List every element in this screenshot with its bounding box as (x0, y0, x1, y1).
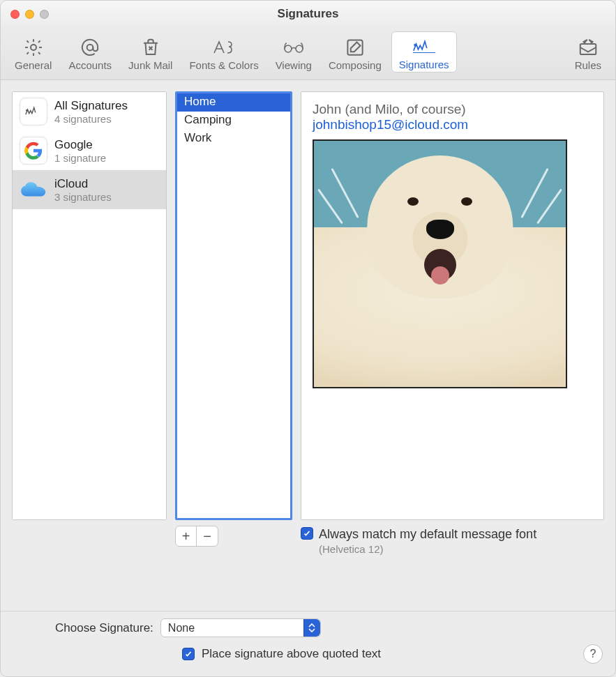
tab-rules[interactable]: Rules (568, 31, 608, 73)
svg-rect-4 (347, 40, 362, 54)
choose-signature-value: None (168, 622, 195, 634)
preview-name-line: John (and Milo, of course) (313, 102, 592, 117)
choose-signature-row: Choose Signature: None (13, 618, 603, 637)
tab-general[interactable]: General (8, 31, 59, 73)
remove-signature-button[interactable]: − (197, 526, 218, 546)
account-name: All Signatures (54, 99, 128, 113)
trash-x-icon (137, 36, 164, 59)
content-area: All Signatures 4 signatures Google 1 sig… (1, 80, 615, 611)
footer: Choose Signature: None Place signature a… (1, 611, 615, 676)
glasses-icon (280, 36, 307, 59)
rules-icon (575, 36, 601, 59)
tab-label: General (15, 59, 52, 71)
font-icon (211, 36, 237, 59)
tab-accounts[interactable]: Accounts (61, 31, 119, 73)
account-row-google[interactable]: Google 1 signature (13, 131, 166, 170)
preview-column: John (and Milo, of course) johnbishop15@… (301, 91, 604, 605)
tab-viewing[interactable]: Viewing (269, 31, 319, 73)
signature-item-work[interactable]: Work (177, 130, 290, 148)
all-signatures-icon (20, 98, 47, 125)
choose-signature-label: Choose Signature: (55, 621, 153, 635)
dog-photo-art (314, 141, 566, 387)
tab-label: Rules (575, 59, 601, 71)
match-font-label: Always match my default message font (319, 527, 536, 542)
add-remove-group: + − (175, 526, 218, 547)
tab-junk-mail[interactable]: Junk Mail (121, 31, 179, 73)
window-title: Signatures (1, 7, 615, 21)
match-font-row: Always match my default message font (He… (301, 527, 604, 555)
tab-signatures[interactable]: Signatures (391, 31, 457, 73)
svg-point-1 (87, 45, 93, 51)
titlebar: Signatures (1, 1, 615, 27)
add-signature-button[interactable]: + (176, 526, 197, 546)
tab-label: Viewing (276, 59, 312, 71)
tab-label: Composing (329, 59, 382, 71)
preferences-window: Signatures General Accounts Junk Mail F (0, 0, 616, 677)
preview-email: johnbishop15@icloud.com (313, 117, 592, 132)
signature-list: Home Camping Work (175, 91, 292, 520)
svg-point-0 (31, 45, 36, 50)
choose-signature-select[interactable]: None (160, 618, 321, 637)
match-font-subtext: (Helvetica 12) (319, 543, 536, 555)
svg-point-3 (296, 45, 303, 52)
help-button[interactable]: ? (583, 644, 603, 664)
signature-item-home[interactable]: Home (177, 93, 290, 112)
signature-item-camping[interactable]: Camping (177, 112, 290, 130)
tab-label: Signatures (399, 59, 449, 70)
tab-fonts-colors[interactable]: Fonts & Colors (182, 31, 265, 73)
tab-label: Fonts & Colors (189, 59, 258, 71)
match-font-checkbox[interactable] (301, 527, 313, 540)
signature-list-column: Home Camping Work + − (175, 91, 292, 605)
preview-image (313, 139, 567, 388)
google-icon (20, 137, 47, 165)
signature-preview[interactable]: John (and Milo, of course) johnbishop15@… (301, 91, 604, 520)
gear-icon (20, 36, 47, 59)
signature-icon (411, 35, 437, 59)
svg-point-2 (285, 45, 292, 52)
account-name: iCloud (54, 177, 112, 191)
account-subtitle: 1 signature (54, 152, 106, 164)
tab-label: Junk Mail (128, 59, 172, 71)
place-above-label: Place signature above quoted text (202, 647, 381, 661)
accounts-panel: All Signatures 4 signatures Google 1 sig… (12, 91, 167, 520)
icloud-icon (20, 176, 47, 204)
compose-icon (342, 36, 368, 59)
tab-label: Accounts (68, 59, 112, 71)
tab-composing[interactable]: Composing (322, 31, 389, 73)
place-above-row: Place signature above quoted text ? (13, 644, 603, 664)
account-name: Google (54, 138, 106, 152)
select-stepper-icon (303, 619, 320, 637)
account-subtitle: 3 signatures (54, 191, 112, 203)
account-row-icloud[interactable]: iCloud 3 signatures (13, 170, 166, 209)
account-row-all[interactable]: All Signatures 4 signatures (13, 92, 166, 131)
account-subtitle: 4 signatures (54, 113, 128, 125)
at-sign-icon (77, 36, 103, 59)
place-above-checkbox[interactable] (182, 648, 195, 660)
preferences-toolbar: General Accounts Junk Mail Fonts & Color… (1, 27, 615, 80)
